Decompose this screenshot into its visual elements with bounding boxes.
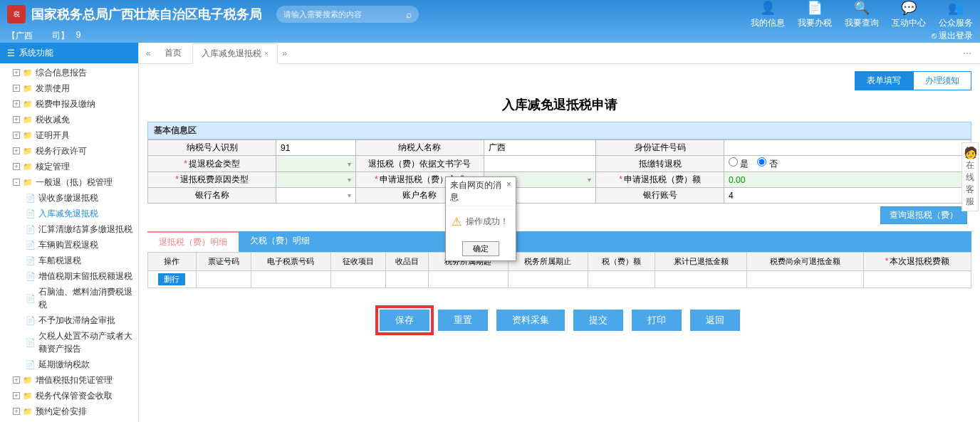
sidebar-subitem[interactable]: 📄车船税退税	[0, 253, 138, 268]
sidebar-subitem[interactable]: 📄欠税人处置不动产或者大额资产报告	[0, 328, 138, 357]
menu-icon: ☰	[7, 48, 15, 58]
expand-icon[interactable]: +	[13, 69, 20, 76]
expand-icon[interactable]: +	[13, 392, 20, 399]
sidebar-item[interactable]: +📁税收减免	[0, 112, 138, 127]
sidebar-item-label: 核定管理	[36, 160, 70, 173]
nav-my-info[interactable]: 👤我的信息	[751, 0, 785, 29]
close-icon[interactable]: ×	[506, 179, 511, 204]
folder-icon: 📁	[23, 144, 33, 157]
tab-home[interactable]: 首页	[155, 43, 191, 63]
sidebar-item[interactable]: +📁证明开具	[0, 127, 138, 143]
save-button[interactable]: 保存	[380, 310, 429, 331]
nav-query[interactable]: 🔍我要查询	[845, 0, 879, 29]
expand-icon[interactable]: +	[13, 408, 20, 415]
tab-arrears-detail[interactable]: 欠税（费）明细	[239, 231, 321, 252]
sidebar-item-label: 延期缴纳税款	[38, 358, 90, 371]
expand-icon[interactable]: +	[13, 116, 20, 123]
sidebar: ☰系统功能 +📁综合信息报告+📁发票使用+📁税费申报及缴纳+📁税收减免+📁证明开…	[0, 43, 139, 422]
input-doc-number[interactable]	[484, 156, 595, 172]
query-refund-button[interactable]: 查询退抵税（费）	[880, 206, 967, 224]
warning-icon: ⚠	[452, 215, 462, 228]
radio-yes[interactable]	[729, 157, 738, 167]
tab-next[interactable]: »	[279, 48, 290, 58]
close-icon[interactable]: ×	[264, 49, 269, 58]
online-service[interactable]: 🧑 在线客服	[961, 142, 979, 211]
sidebar-item-label: 车船税退税	[38, 254, 81, 267]
tab-prev[interactable]: «	[143, 48, 154, 58]
logout-button[interactable]: ⎋退出登录	[932, 30, 973, 42]
delete-row-button[interactable]: 删行	[158, 273, 185, 285]
expand-icon[interactable]: +	[13, 147, 20, 154]
site-title: 国家税务总局广西壮族自治区电子税务局	[31, 6, 262, 23]
print-button[interactable]: 打印	[632, 310, 682, 331]
sidebar-item-label: 入库减免退抵税	[38, 207, 98, 220]
sidebar-item-label: 增值税期末留抵税额退税	[38, 270, 132, 283]
folder-icon: 📁	[23, 129, 33, 142]
sidebar-subitem[interactable]: 📄误收多缴退抵税	[0, 190, 138, 206]
collect-button[interactable]: 资料采集	[496, 310, 565, 331]
value-bank-account: 4	[724, 188, 971, 204]
select-reason-type[interactable]: ▾	[276, 172, 356, 188]
sidebar-subitem[interactable]: 📄不予加收滞纳金审批	[0, 312, 138, 328]
expand-icon[interactable]: +	[13, 376, 20, 384]
sidebar-subitem[interactable]: 📄石脑油、燃料油消费税退税	[0, 284, 138, 312]
expand-icon[interactable]: -	[13, 179, 20, 186]
sidebar-item[interactable]: -📁一般退（抵）税管理	[0, 174, 138, 190]
select-refund-type[interactable]: ▾	[276, 156, 356, 172]
sidebar-subitem[interactable]: 📄汇算清缴结算多缴退抵税	[0, 221, 138, 237]
sidebar-subitem[interactable]: 📄车辆购置税退税	[0, 237, 138, 253]
chat-icon: 💬	[901, 0, 917, 16]
reset-button[interactable]: 重置	[438, 310, 488, 331]
sidebar-item-label: 石脑油、燃料油消费税退税	[38, 285, 134, 311]
sidebar-item[interactable]: +📁增值税抵扣凭证管理	[0, 372, 138, 388]
input-refund-amount[interactable]: 0.00	[724, 172, 971, 188]
sidebar-item[interactable]: +📁综合信息报告	[0, 65, 138, 80]
col-action: 操作	[148, 253, 197, 271]
sidebar-subitem[interactable]: 📄入库减免退抵税	[0, 206, 138, 221]
tab-current[interactable]: 入库减免退抵税×	[192, 43, 278, 64]
nav-tax[interactable]: 📄我要办税	[798, 0, 832, 29]
label-refund-amount: *申请退抵税（费）额	[596, 172, 724, 188]
search-input[interactable]	[283, 10, 406, 19]
nav-public[interactable]: 👥公众服务	[939, 0, 973, 29]
file-icon: 📄	[26, 254, 36, 267]
nav-interact[interactable]: 💬互动中心	[892, 0, 926, 29]
expand-icon[interactable]: +	[13, 100, 20, 107]
page-toolbar: 表单填写 办理须知	[147, 71, 971, 90]
file-icon: 📄	[26, 270, 36, 283]
value-taxpayer-id: 91	[276, 140, 356, 156]
page-body: 表单填写 办理须知 入库减免退抵税申请 基本信息区 纳税号人识别 91 纳税人名…	[139, 64, 980, 422]
col-remaining: 税费尚余可退抵金额	[747, 253, 864, 271]
sidebar-item[interactable]: +📁税费申报及缴纳	[0, 96, 138, 112]
search-box[interactable]: ⌕	[276, 6, 419, 23]
expand-icon[interactable]: +	[13, 163, 20, 170]
sidebar-item-label: 汇算清缴结算多缴退抵税	[38, 223, 132, 236]
radio-no[interactable]	[757, 157, 766, 167]
label-id-number: 身份证件号码	[596, 140, 724, 156]
people-icon: 👥	[948, 0, 964, 16]
tab-more[interactable]: ⋯	[959, 48, 976, 58]
select-bank-name[interactable]: ▾	[276, 188, 356, 204]
dialog-title: 来自网页的消息	[450, 179, 506, 204]
submit-button[interactable]: 提交	[573, 310, 623, 331]
sidebar-item-label: 误收多缴退抵税	[38, 191, 98, 204]
expand-icon[interactable]: +	[13, 85, 20, 92]
radio-offset[interactable]: 是 否	[724, 156, 971, 172]
sidebar-subitem[interactable]: 📄延期缴纳税款	[0, 357, 138, 372]
notice-button[interactable]: 办理须知	[913, 71, 971, 90]
dialog-ok-button[interactable]: 确定	[462, 241, 499, 256]
sidebar-item[interactable]: +📁税务代保管资金收取	[0, 388, 138, 403]
sidebar-item[interactable]: +📁纳税信用	[0, 419, 138, 422]
folder-icon: 📁	[23, 82, 33, 95]
sidebar-subitem[interactable]: 📄增值税期末留抵税额退税	[0, 268, 138, 284]
sidebar-item[interactable]: +📁核定管理	[0, 159, 138, 174]
sidebar-item[interactable]: +📁税务行政许可	[0, 143, 138, 159]
sidebar-item[interactable]: +📁预约定价安排	[0, 403, 138, 419]
sidebar-item[interactable]: +📁发票使用	[0, 80, 138, 96]
fill-form-button[interactable]: 表单填写	[855, 71, 913, 90]
back-button[interactable]: 返回	[690, 310, 740, 331]
search-icon[interactable]: ⌕	[406, 9, 412, 20]
tab-refund-detail[interactable]: 退抵税（费）明细	[147, 231, 239, 252]
label-offset: 抵缴转退税	[596, 156, 724, 172]
expand-icon[interactable]: +	[13, 132, 20, 139]
